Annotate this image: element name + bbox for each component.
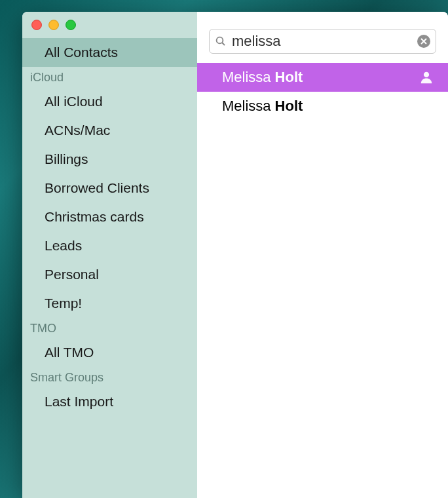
main-panel: Melissa Holt Melissa Holt xyxy=(197,12,448,498)
search-bar xyxy=(197,12,448,63)
sidebar-header-smart-groups: Smart Groups xyxy=(22,367,197,387)
desktop-background: All Contacts iCloud All iCloud ACNs/Mac … xyxy=(0,0,448,498)
sidebar: All Contacts iCloud All iCloud ACNs/Mac … xyxy=(22,12,197,498)
sidebar-item-personal[interactable]: Personal xyxy=(22,260,197,289)
search-input[interactable] xyxy=(227,33,417,50)
sidebar-item-all-icloud[interactable]: All iCloud xyxy=(22,87,197,116)
contact-row[interactable]: Melissa Holt xyxy=(197,92,448,121)
search-field[interactable] xyxy=(209,29,436,54)
contacts-window: All Contacts iCloud All iCloud ACNs/Mac … xyxy=(22,12,448,498)
sidebar-item-acns-mac[interactable]: ACNs/Mac xyxy=(22,116,197,145)
window-titlebar xyxy=(22,12,197,38)
sidebar-header-tmo: TMO xyxy=(22,318,197,338)
contact-row[interactable]: Melissa Holt xyxy=(197,63,448,92)
search-icon xyxy=(215,35,227,47)
sidebar-header-icloud: iCloud xyxy=(22,67,197,87)
sidebar-item-christmas-cards[interactable]: Christmas cards xyxy=(22,202,197,231)
clear-search-icon[interactable] xyxy=(417,35,430,48)
sidebar-item-temp[interactable]: Temp! xyxy=(22,289,197,318)
svg-line-1 xyxy=(222,43,225,45)
sidebar-item-all-tmo[interactable]: All TMO xyxy=(22,338,197,367)
sidebar-item-leads[interactable]: Leads xyxy=(22,231,197,260)
svg-point-4 xyxy=(424,72,429,77)
results-list: Melissa Holt Melissa Holt xyxy=(197,63,448,121)
close-icon[interactable] xyxy=(31,20,42,30)
sidebar-item-billings[interactable]: Billings xyxy=(22,145,197,174)
sidebar-item-last-import[interactable]: Last Import xyxy=(22,387,197,416)
minimize-icon[interactable] xyxy=(48,20,59,30)
sidebar-item-all-contacts[interactable]: All Contacts xyxy=(22,38,197,67)
sidebar-item-borrowed-clients[interactable]: Borrowed Clients xyxy=(22,174,197,202)
contact-first-name: Melissa xyxy=(222,98,271,115)
zoom-icon[interactable] xyxy=(65,20,76,30)
contact-last-name: Holt xyxy=(275,69,303,86)
contact-last-name: Holt xyxy=(275,98,303,115)
svg-point-0 xyxy=(217,37,223,44)
contact-first-name: Melissa xyxy=(222,69,271,86)
me-card-icon xyxy=(419,70,434,85)
